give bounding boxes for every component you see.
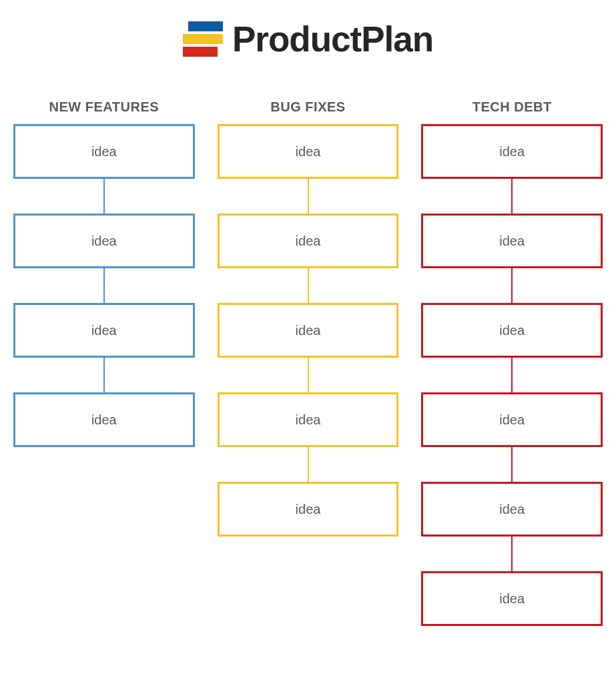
- connector-line: [511, 537, 513, 571]
- column-new-features: NEW FEATURESideaideaideaidea: [13, 99, 195, 626]
- brand-logo-icon: [183, 21, 223, 57]
- idea-card[interactable]: idea: [218, 482, 399, 537]
- idea-card[interactable]: idea: [421, 303, 603, 358]
- idea-card[interactable]: idea: [13, 214, 195, 268]
- idea-card[interactable]: idea: [218, 303, 399, 358]
- logo-bar-red: [183, 47, 218, 57]
- connector-line: [511, 268, 513, 303]
- brand-name: ProductPlan: [232, 19, 433, 59]
- column-header-tech-debt: TECH DEBT: [473, 99, 552, 115]
- idea-card[interactable]: idea: [421, 214, 603, 268]
- idea-card[interactable]: idea: [13, 303, 195, 358]
- connector-line: [308, 447, 309, 482]
- connector-line: [511, 447, 513, 482]
- column-header-bug-fixes: BUG FIXES: [270, 99, 345, 115]
- idea-card[interactable]: idea: [421, 482, 603, 537]
- connector-line: [308, 179, 309, 214]
- idea-card[interactable]: idea: [13, 124, 195, 179]
- column-bug-fixes: BUG FIXESideaideaideaideaidea: [218, 99, 399, 626]
- idea-card[interactable]: idea: [218, 214, 399, 268]
- connector-line: [511, 358, 513, 392]
- connector-line: [308, 358, 309, 392]
- connector-line: [308, 268, 309, 303]
- idea-card[interactable]: idea: [218, 124, 399, 179]
- logo-bar-yellow: [183, 34, 223, 44]
- logo-bar-blue: [188, 21, 223, 31]
- connector-line: [103, 179, 105, 214]
- connector-line: [511, 179, 513, 214]
- column-tech-debt: TECH DEBTideaideaideaideaideaidea: [421, 99, 603, 626]
- idea-card[interactable]: idea: [218, 392, 399, 447]
- idea-card[interactable]: idea: [421, 392, 603, 447]
- idea-card[interactable]: idea: [13, 392, 195, 447]
- brand-logo: ProductPlan: [0, 19, 616, 59]
- kanban-board: NEW FEATURESideaideaideaideaBUG FIXESide…: [0, 99, 616, 626]
- connector-line: [103, 268, 105, 303]
- idea-card[interactable]: idea: [421, 571, 603, 626]
- idea-card[interactable]: idea: [421, 124, 603, 179]
- column-header-new-features: NEW FEATURES: [49, 99, 160, 115]
- connector-line: [103, 358, 105, 392]
